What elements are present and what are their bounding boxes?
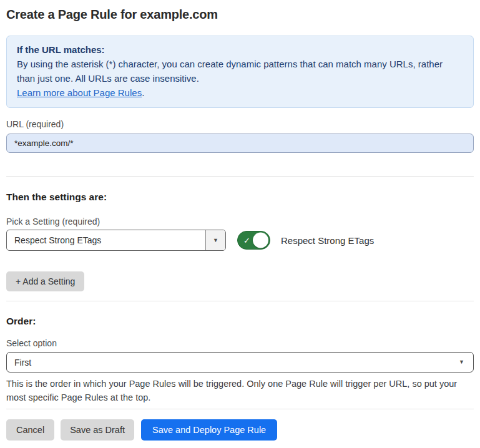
order-section-heading: Order: — [6, 315, 474, 327]
check-icon: ✓ — [243, 236, 250, 245]
cancel-button[interactable]: Cancel — [6, 419, 54, 441]
info-link-line: Learn more about Page Rules. — [17, 85, 463, 100]
setting-picker-label: Pick a Setting (required) — [6, 217, 474, 227]
url-match-info-callout: If the URL matches: By using the asteris… — [6, 36, 474, 108]
order-help-text: This is the order in which your Page Rul… — [6, 377, 474, 404]
divider — [6, 176, 474, 177]
order-select-value: First — [14, 358, 31, 368]
learn-more-link[interactable]: Learn more about Page Rules — [17, 87, 142, 98]
divider — [6, 301, 474, 301]
settings-section-heading: Then the settings are: — [6, 191, 474, 203]
url-input[interactable] — [6, 134, 474, 153]
setting-select[interactable]: Respect Strong ETags ▼ — [6, 230, 226, 251]
save-and-deploy-button[interactable]: Save and Deploy Page Rule — [141, 419, 277, 441]
info-heading: If the URL matches: — [17, 42, 463, 57]
footer-actions: Cancel Save as Draft Save and Deploy Pag… — [6, 419, 474, 441]
setting-select-value: Respect Strong ETags — [7, 230, 205, 250]
save-as-draft-button[interactable]: Save as Draft — [61, 419, 134, 441]
divider — [6, 409, 474, 409]
setting-row: Respect Strong ETags ▼ ✓ Respect Strong … — [6, 230, 474, 251]
url-field-label: URL (required) — [6, 119, 474, 130]
chevron-down-icon: ▼ — [213, 238, 218, 243]
info-body: By using the asterisk (*) character, you… — [17, 57, 463, 85]
chevron-down-icon: ▼ — [459, 359, 464, 365]
info-link-suffix: . — [142, 87, 144, 98]
toggle-knob — [253, 233, 268, 248]
setting-toggle[interactable]: ✓ — [237, 231, 270, 250]
page-rule-form: Create a Page Rule for example.com If th… — [0, 6, 480, 441]
add-setting-button[interactable]: + Add a Setting — [6, 271, 84, 291]
order-select[interactable]: First ▼ — [6, 352, 474, 373]
order-select-label: Select option — [6, 338, 474, 349]
page-title: Create a Page Rule for example.com — [6, 6, 474, 22]
setting-toggle-label: Respect Strong ETags — [281, 235, 374, 246]
setting-select-arrow-button[interactable]: ▼ — [205, 230, 225, 250]
